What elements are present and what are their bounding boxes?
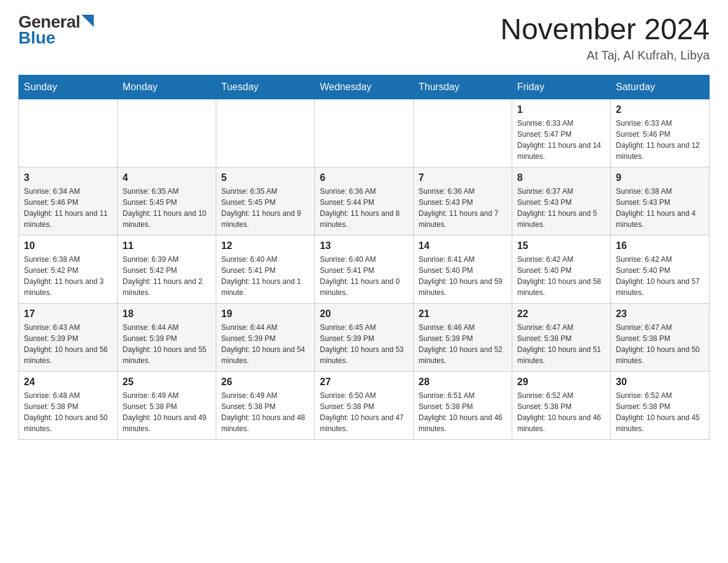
day-number: 15 [517, 240, 605, 251]
calendar-day-cell [414, 99, 512, 167]
svg-marker-0 [82, 15, 94, 27]
day-info: Sunrise: 6:47 AM Sunset: 5:38 PM Dayligh… [616, 322, 704, 366]
calendar-day-cell: 24Sunrise: 6:48 AM Sunset: 5:38 PM Dayli… [19, 372, 118, 440]
day-info: Sunrise: 6:41 AM Sunset: 5:40 PM Dayligh… [419, 254, 507, 298]
day-info: Sunrise: 6:44 AM Sunset: 5:39 PM Dayligh… [123, 322, 211, 366]
day-of-week-header: Wednesday [315, 75, 414, 99]
day-number: 7 [419, 172, 507, 183]
day-number: 8 [517, 172, 605, 183]
day-number: 25 [123, 377, 211, 388]
day-number: 11 [123, 240, 211, 251]
day-number: 12 [221, 240, 309, 251]
calendar-day-cell: 2Sunrise: 6:33 AM Sunset: 5:46 PM Daylig… [611, 99, 710, 167]
day-number: 26 [221, 377, 309, 388]
calendar-day-cell: 22Sunrise: 6:47 AM Sunset: 5:38 PM Dayli… [512, 304, 611, 372]
day-number: 16 [616, 240, 704, 251]
day-info: Sunrise: 6:50 AM Sunset: 5:38 PM Dayligh… [320, 390, 408, 434]
day-info: Sunrise: 6:48 AM Sunset: 5:38 PM Dayligh… [24, 390, 112, 434]
calendar-day-cell: 13Sunrise: 6:40 AM Sunset: 5:41 PM Dayli… [315, 236, 414, 304]
day-info: Sunrise: 6:40 AM Sunset: 5:41 PM Dayligh… [221, 254, 309, 298]
calendar-day-cell: 19Sunrise: 6:44 AM Sunset: 5:39 PM Dayli… [216, 304, 315, 372]
day-number: 22 [517, 308, 605, 320]
day-number: 6 [320, 172, 408, 183]
day-info: Sunrise: 6:36 AM Sunset: 5:44 PM Dayligh… [320, 186, 408, 230]
day-info: Sunrise: 6:36 AM Sunset: 5:43 PM Dayligh… [419, 186, 507, 230]
calendar-day-cell: 14Sunrise: 6:41 AM Sunset: 5:40 PM Dayli… [414, 236, 512, 304]
day-info: Sunrise: 6:43 AM Sunset: 5:39 PM Dayligh… [24, 322, 112, 366]
day-info: Sunrise: 6:35 AM Sunset: 5:45 PM Dayligh… [123, 186, 211, 230]
logo-arrow-icon [82, 15, 94, 27]
calendar-day-cell [19, 99, 118, 167]
calendar-day-cell: 16Sunrise: 6:42 AM Sunset: 5:40 PM Dayli… [611, 236, 710, 304]
day-number: 10 [24, 240, 112, 251]
day-info: Sunrise: 6:33 AM Sunset: 5:47 PM Dayligh… [517, 118, 605, 162]
calendar-day-cell: 28Sunrise: 6:51 AM Sunset: 5:38 PM Dayli… [414, 372, 512, 440]
day-info: Sunrise: 6:45 AM Sunset: 5:39 PM Dayligh… [320, 322, 408, 366]
day-info: Sunrise: 6:38 AM Sunset: 5:42 PM Dayligh… [24, 254, 112, 298]
day-of-week-header: Friday [512, 75, 611, 99]
calendar-day-cell: 17Sunrise: 6:43 AM Sunset: 5:39 PM Dayli… [19, 304, 118, 372]
calendar-day-cell: 30Sunrise: 6:52 AM Sunset: 5:38 PM Dayli… [611, 372, 710, 440]
calendar-day-cell: 11Sunrise: 6:39 AM Sunset: 5:42 PM Dayli… [118, 236, 216, 304]
day-info: Sunrise: 6:44 AM Sunset: 5:39 PM Dayligh… [221, 322, 309, 366]
day-info: Sunrise: 6:34 AM Sunset: 5:46 PM Dayligh… [24, 186, 112, 230]
calendar-day-cell: 23Sunrise: 6:47 AM Sunset: 5:38 PM Dayli… [611, 304, 710, 372]
day-number: 1 [517, 104, 605, 115]
day-info: Sunrise: 6:39 AM Sunset: 5:42 PM Dayligh… [123, 254, 211, 298]
calendar-day-cell: 1Sunrise: 6:33 AM Sunset: 5:47 PM Daylig… [512, 99, 611, 167]
day-info: Sunrise: 6:42 AM Sunset: 5:40 PM Dayligh… [517, 254, 605, 298]
calendar-day-cell: 8Sunrise: 6:37 AM Sunset: 5:43 PM Daylig… [512, 167, 611, 236]
calendar-day-cell: 3Sunrise: 6:34 AM Sunset: 5:46 PM Daylig… [19, 167, 118, 236]
day-info: Sunrise: 6:52 AM Sunset: 5:38 PM Dayligh… [616, 390, 704, 434]
calendar-day-cell: 10Sunrise: 6:38 AM Sunset: 5:42 PM Dayli… [19, 236, 118, 304]
calendar-day-cell [216, 99, 315, 167]
day-number: 18 [123, 308, 211, 320]
day-info: Sunrise: 6:51 AM Sunset: 5:38 PM Dayligh… [419, 390, 507, 434]
day-number: 14 [419, 240, 507, 251]
location-text: At Taj, Al Kufrah, Libya [500, 48, 710, 63]
day-info: Sunrise: 6:35 AM Sunset: 5:45 PM Dayligh… [221, 186, 309, 230]
title-section: November 2024 At Taj, Al Kufrah, Libya [500, 12, 710, 63]
day-info: Sunrise: 6:42 AM Sunset: 5:40 PM Dayligh… [616, 254, 704, 298]
calendar-day-cell: 21Sunrise: 6:46 AM Sunset: 5:39 PM Dayli… [414, 304, 512, 372]
calendar-table: SundayMondayTuesdayWednesdayThursdayFrid… [18, 75, 710, 440]
day-number: 23 [616, 308, 704, 320]
calendar-header-row: SundayMondayTuesdayWednesdayThursdayFrid… [19, 75, 710, 99]
day-number: 5 [221, 172, 309, 183]
calendar-week-row: 24Sunrise: 6:48 AM Sunset: 5:38 PM Dayli… [19, 372, 710, 440]
day-number: 28 [419, 377, 507, 388]
day-info: Sunrise: 6:46 AM Sunset: 5:39 PM Dayligh… [419, 322, 507, 366]
day-number: 19 [221, 308, 309, 320]
day-info: Sunrise: 6:52 AM Sunset: 5:38 PM Dayligh… [517, 390, 605, 434]
day-number: 27 [320, 377, 408, 388]
month-title: November 2024 [500, 12, 710, 46]
day-number: 24 [24, 377, 112, 388]
day-number: 30 [616, 377, 704, 388]
calendar-week-row: 3Sunrise: 6:34 AM Sunset: 5:46 PM Daylig… [19, 167, 710, 236]
day-number: 13 [320, 240, 408, 251]
day-info: Sunrise: 6:37 AM Sunset: 5:43 PM Dayligh… [517, 186, 605, 230]
calendar-week-row: 10Sunrise: 6:38 AM Sunset: 5:42 PM Dayli… [19, 236, 710, 304]
logo: General Blue [18, 12, 94, 48]
day-of-week-header: Thursday [414, 75, 512, 99]
day-number: 21 [419, 308, 507, 320]
day-info: Sunrise: 6:47 AM Sunset: 5:38 PM Dayligh… [517, 322, 605, 366]
calendar-day-cell [118, 99, 216, 167]
day-of-week-header: Sunday [19, 75, 118, 99]
calendar-week-row: 17Sunrise: 6:43 AM Sunset: 5:39 PM Dayli… [19, 304, 710, 372]
day-of-week-header: Tuesday [216, 75, 315, 99]
calendar-day-cell: 7Sunrise: 6:36 AM Sunset: 5:43 PM Daylig… [414, 167, 512, 236]
calendar-day-cell: 26Sunrise: 6:49 AM Sunset: 5:38 PM Dayli… [216, 372, 315, 440]
calendar-day-cell: 5Sunrise: 6:35 AM Sunset: 5:45 PM Daylig… [216, 167, 315, 236]
calendar-day-cell: 27Sunrise: 6:50 AM Sunset: 5:38 PM Dayli… [315, 372, 414, 440]
day-number: 9 [616, 172, 704, 183]
day-info: Sunrise: 6:49 AM Sunset: 5:38 PM Dayligh… [123, 390, 211, 434]
day-info: Sunrise: 6:38 AM Sunset: 5:43 PM Dayligh… [616, 186, 704, 230]
calendar-day-cell: 15Sunrise: 6:42 AM Sunset: 5:40 PM Dayli… [512, 236, 611, 304]
day-number: 20 [320, 308, 408, 320]
day-info: Sunrise: 6:40 AM Sunset: 5:41 PM Dayligh… [320, 254, 408, 298]
day-number: 17 [24, 308, 112, 320]
calendar-day-cell: 9Sunrise: 6:38 AM Sunset: 5:43 PM Daylig… [611, 167, 710, 236]
day-info: Sunrise: 6:33 AM Sunset: 5:46 PM Dayligh… [616, 118, 704, 162]
calendar-day-cell: 20Sunrise: 6:45 AM Sunset: 5:39 PM Dayli… [315, 304, 414, 372]
